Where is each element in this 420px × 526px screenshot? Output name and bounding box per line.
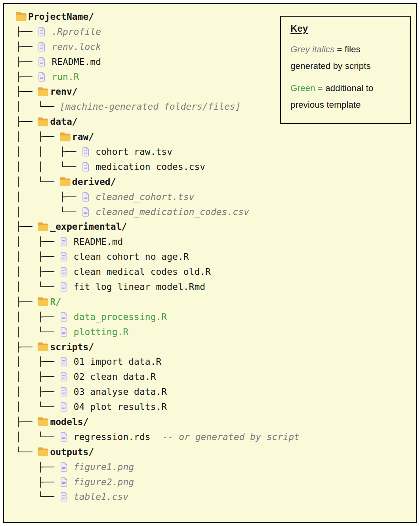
entry-label: data/ bbox=[50, 116, 77, 127]
tree-row-file: │ └── regression.rds -- or generated by … bbox=[16, 429, 416, 444]
key-entry-grey-italics: Grey italics= files generated by scripts bbox=[290, 41, 398, 74]
tree-connector: │ └── bbox=[16, 402, 60, 412]
tree-connector: ├── bbox=[16, 221, 38, 232]
entry-label: table1.csv bbox=[74, 492, 128, 502]
tree-connector: └── bbox=[16, 492, 60, 502]
entry-label: derived/ bbox=[72, 177, 116, 187]
tree-row-file: └── table1.csv bbox=[16, 490, 416, 505]
file-icon bbox=[60, 372, 68, 381]
tree-row-file: │ ├── clean_medical_codes_old.R bbox=[16, 264, 416, 279]
icon-slot bbox=[38, 117, 48, 126]
entry-label: regression.rds bbox=[74, 432, 151, 442]
tree-row-file: │ └── plotting.R bbox=[16, 324, 416, 339]
tree-connector: │ └── bbox=[16, 282, 60, 292]
folder-icon bbox=[38, 117, 48, 126]
file-icon bbox=[82, 147, 90, 156]
file-icon bbox=[60, 492, 68, 501]
entry-label: renv/ bbox=[50, 86, 77, 97]
key-title: Key bbox=[290, 23, 398, 34]
icon-slot bbox=[60, 432, 68, 442]
tree-connector: ├── bbox=[16, 116, 38, 127]
file-icon bbox=[38, 72, 46, 82]
icon-slot bbox=[60, 252, 68, 261]
tree-row-folder: │ ├── raw/ bbox=[16, 129, 416, 144]
tree-connector: ├── bbox=[16, 86, 38, 97]
icon-slot bbox=[82, 207, 90, 217]
icon-slot bbox=[60, 282, 68, 292]
tree-connector: │ ├── bbox=[16, 132, 60, 142]
icon-slot bbox=[60, 177, 71, 186]
icon-slot bbox=[38, 447, 48, 456]
tree-connector: │ │ └── bbox=[16, 162, 82, 172]
tree-connector: ├── bbox=[16, 342, 38, 352]
tree-row-file: │ ├── 01_import_data.R bbox=[16, 354, 416, 369]
entry-label: run.R bbox=[52, 72, 79, 82]
tree-row-folder: ├── scripts/ bbox=[16, 339, 416, 354]
file-icon bbox=[60, 282, 68, 292]
file-icon bbox=[60, 252, 68, 261]
file-icon bbox=[60, 477, 68, 487]
tree-row-folder: ├── models/ bbox=[16, 414, 416, 429]
tree-connector: │ ├── bbox=[16, 252, 60, 262]
tree-row-file: │ ├── 02_clean_data.R bbox=[16, 369, 416, 384]
tree-row-file: │ └── fit_log_linear_model.Rmd bbox=[16, 279, 416, 294]
key-term-green: Green bbox=[290, 83, 315, 93]
tree-connector: │ └── bbox=[16, 177, 60, 187]
entry-label: plotting.R bbox=[74, 327, 128, 337]
file-icon bbox=[60, 387, 68, 396]
icon-slot bbox=[38, 87, 48, 96]
tree-connector: ├── bbox=[16, 57, 38, 67]
tree-connector: │ └── bbox=[16, 327, 60, 337]
icon-slot bbox=[82, 162, 90, 172]
entry-label: 04_plot_results.R bbox=[74, 402, 167, 412]
inline-comment: -- or generated by script bbox=[162, 432, 300, 442]
entry-label: medication_codes.csv bbox=[95, 162, 205, 172]
icon-slot bbox=[60, 312, 68, 322]
key-term-grey-italics: Grey italics bbox=[290, 44, 334, 54]
icon-slot bbox=[38, 72, 46, 82]
tree-row-folder: │ └── derived/ bbox=[16, 174, 416, 189]
file-icon bbox=[82, 162, 90, 172]
file-icon bbox=[60, 462, 68, 472]
entry-label: raw/ bbox=[72, 132, 94, 142]
entry-label: fit_log_linear_model.Rmd bbox=[74, 282, 205, 292]
file-icon bbox=[60, 237, 68, 246]
icon-slot bbox=[60, 462, 68, 472]
entry-label: scripts/ bbox=[50, 342, 94, 352]
icon-slot bbox=[60, 492, 68, 501]
tree-connector: │ ├── bbox=[16, 312, 60, 322]
tree-row-file: │ │ └── medication_codes.csv bbox=[16, 159, 416, 174]
entry-label: 03_analyse_data.R bbox=[74, 387, 167, 397]
tree-connector: │ └── bbox=[16, 101, 60, 112]
file-icon bbox=[60, 327, 68, 337]
tree-row-file: │ ├── cleaned_cohort.tsv bbox=[16, 189, 416, 204]
folder-icon bbox=[60, 132, 71, 141]
entry-label: outputs/ bbox=[50, 447, 94, 457]
entry-label: .Rprofile bbox=[52, 27, 101, 37]
file-icon bbox=[82, 192, 90, 202]
entry-label: R/ bbox=[50, 297, 61, 307]
entry-label: [machine-generated folders/files] bbox=[60, 101, 241, 112]
legend-key-box: Key Grey italics= files generated by scr… bbox=[280, 16, 411, 124]
tree-connector: ├── bbox=[16, 42, 38, 52]
tree-row-file: │ └── 04_plot_results.R bbox=[16, 399, 416, 414]
tree-connector: │ │ ├── bbox=[16, 147, 82, 157]
tree-connector: │ ├── bbox=[16, 236, 60, 247]
entry-label: README.md bbox=[74, 236, 123, 247]
folder-icon bbox=[16, 12, 27, 21]
tree-connector: ├── bbox=[16, 72, 38, 82]
icon-slot bbox=[38, 222, 48, 231]
tree-connector: │ ├── bbox=[16, 267, 60, 277]
tree-connector: │ ├── bbox=[16, 387, 60, 397]
icon-slot bbox=[16, 12, 27, 21]
entry-label: clean_medical_codes_old.R bbox=[74, 267, 211, 277]
icon-slot bbox=[38, 27, 46, 36]
entry-label: _experimental/ bbox=[50, 221, 127, 232]
icon-slot bbox=[60, 267, 68, 276]
tree-row-file: │ │ ├── cohort_raw.tsv bbox=[16, 144, 416, 159]
tree-connector: ├── bbox=[16, 462, 60, 472]
tree-connector: │ ├── bbox=[16, 192, 82, 202]
entry-label: figure1.png bbox=[74, 462, 134, 472]
tree-row-folder: ├── R/ bbox=[16, 294, 416, 309]
tree-row-file: │ └── cleaned_medication_codes.csv bbox=[16, 204, 416, 219]
